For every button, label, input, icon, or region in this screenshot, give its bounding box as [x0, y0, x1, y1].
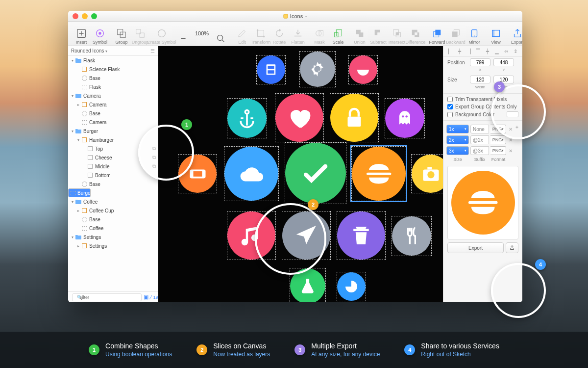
align-left-icon[interactable]: ▏: [447, 48, 454, 55]
canvas-slice-check[interactable]: [285, 142, 346, 204]
subtract-button[interactable]: Subtract: [369, 28, 388, 45]
suffix-input[interactable]: [470, 146, 489, 155]
position-y-input[interactable]: [493, 58, 514, 66]
layer-row[interactable]: ▾Burger: [68, 127, 158, 135]
transform-button[interactable]: Transform: [251, 28, 270, 45]
align-vcenter-icon[interactable]: ┿: [484, 48, 491, 55]
align-bottom-icon[interactable]: ▁: [493, 48, 500, 55]
align-right-icon[interactable]: ▕: [466, 48, 472, 55]
align-top-icon[interactable]: ▔: [475, 48, 482, 55]
rotate-button[interactable]: Rotate: [270, 28, 289, 45]
scale-select[interactable]: 1x▾: [446, 125, 469, 133]
edit-button[interactable]: Edit: [233, 28, 251, 45]
distribute-h-icon[interactable]: ⇔: [503, 48, 510, 55]
format-select[interactable]: PNG ▾: [490, 135, 506, 144]
add-export-size-button[interactable]: ＋: [514, 124, 519, 131]
bgcolor-checkbox[interactable]: [447, 112, 453, 117]
layer-row[interactable]: Base: [68, 109, 158, 118]
forward-button[interactable]: Forward: [428, 28, 446, 45]
canvas-slice-ghost[interactable]: [385, 98, 425, 138]
canvas-slice-gear[interactable]: [299, 51, 336, 87]
export-button[interactable]: Export: [508, 28, 522, 45]
canvas-slice-melon[interactable]: [348, 55, 378, 84]
canvas-slice-cloud[interactable]: [224, 146, 279, 201]
pages-menu-icon[interactable]: ☰: [150, 48, 155, 53]
layer-row[interactable]: Top⧉: [68, 144, 158, 153]
layer-row[interactable]: Middle⧉: [68, 162, 158, 171]
layer-row[interactable]: ▾Settings: [68, 233, 158, 241]
intersect-button[interactable]: Intersect: [388, 28, 406, 45]
layer-row[interactable]: ▸Settings: [68, 241, 158, 250]
layer-row[interactable]: ▾Camera: [68, 91, 158, 100]
canvas-slice-pie[interactable]: [337, 272, 366, 301]
trim-checkbox[interactable]: [447, 97, 453, 102]
layer-row[interactable]: Base: [68, 74, 158, 82]
layer-row[interactable]: ▾Coffee: [68, 197, 158, 206]
share-button[interactable]: [506, 242, 518, 253]
canvas-slice-music[interactable]: [227, 211, 276, 260]
layer-row[interactable]: ▾Flask: [68, 56, 158, 65]
zoom-level[interactable]: 100%: [193, 28, 211, 45]
flatten-button[interactable]: Flatten: [289, 28, 307, 45]
layer-row[interactable]: Science Flask: [68, 65, 158, 74]
symbol-button[interactable]: Symbol: [91, 28, 109, 45]
pages-header[interactable]: Rounded Icons ▾ ☰: [68, 46, 158, 56]
zoom-in-button[interactable]: [211, 33, 230, 45]
scale-select[interactable]: 2x▾: [446, 135, 469, 144]
layers-list[interactable]: ▾FlaskScience FlaskBaseFlask▾Camera▸Came…: [68, 56, 158, 291]
format-select[interactable]: PNG ▾: [490, 125, 506, 133]
scale-select[interactable]: 3x▾: [446, 146, 469, 155]
canvas-slice-camera[interactable]: [411, 154, 443, 193]
remove-size-button[interactable]: ✕: [508, 148, 514, 154]
slice-toggle-icon[interactable]: ▣: [144, 294, 148, 300]
zoom-out-button[interactable]: [174, 33, 193, 45]
layer-row[interactable]: ▸Camera: [68, 100, 158, 109]
layer-row[interactable]: Burger: [68, 188, 91, 197]
format-select[interactable]: PNG ▾: [490, 146, 506, 155]
zoom-button[interactable]: [91, 13, 97, 19]
layer-row[interactable]: ▸Coffee Cup: [68, 206, 158, 215]
canvas-slice-film[interactable]: [256, 55, 286, 84]
align-hcenter-icon[interactable]: ┿: [456, 48, 463, 55]
union-button[interactable]: Union: [350, 28, 369, 45]
view-button[interactable]: View: [487, 28, 505, 45]
suffix-input[interactable]: [470, 135, 489, 144]
width-input[interactable]: [470, 76, 490, 83]
export-button[interactable]: Export: [447, 242, 504, 253]
layer-row[interactable]: Base: [68, 180, 158, 188]
position-x-input[interactable]: [470, 58, 490, 66]
canvas-slice-cutlery[interactable]: [392, 216, 432, 256]
difference-button[interactable]: Difference: [406, 28, 425, 45]
canvas-slice-anchor[interactable]: [227, 98, 267, 138]
canvas-slice-flask[interactable]: [290, 268, 326, 302]
layer-row[interactable]: Bottom: [68, 171, 158, 180]
mask-button[interactable]: Mask: [310, 28, 329, 45]
canvas-slice-trash[interactable]: [337, 211, 386, 260]
canvas-slice-ticket[interactable]: [178, 154, 217, 193]
remove-size-button[interactable]: ✕: [508, 137, 514, 143]
distribute-v-icon[interactable]: ⇕: [512, 48, 519, 55]
insert-button[interactable]: Insert: [72, 28, 91, 45]
canvas-slice-lock[interactable]: [330, 93, 379, 142]
canvas[interactable]: [158, 46, 443, 302]
group-button[interactable]: Group: [112, 28, 131, 45]
canvas-slice-burger[interactable]: [351, 146, 406, 201]
scale-button[interactable]: Scale: [329, 28, 347, 45]
export-group-checkbox[interactable]: [447, 104, 453, 109]
canvas-slice-heart[interactable]: [275, 93, 324, 142]
close-button[interactable]: [73, 13, 78, 19]
suffix-input[interactable]: [470, 125, 489, 133]
remove-size-button[interactable]: ✕: [508, 127, 514, 132]
layer-row[interactable]: ▾Hamburger: [68, 135, 158, 144]
title-caret-icon[interactable]: ⌵: [305, 14, 307, 18]
layer-row[interactable]: Flask: [68, 82, 158, 91]
bgcolor-swatch[interactable]: [507, 111, 518, 117]
layer-row[interactable]: Camera: [68, 118, 158, 127]
canvas-slice-plane[interactable]: [282, 211, 331, 260]
layer-row[interactable]: Coffee: [68, 224, 158, 233]
mirror-button[interactable]: Mirror: [465, 28, 484, 45]
layer-row[interactable]: Base: [68, 215, 158, 224]
layer-row[interactable]: Cheese⧉: [68, 153, 158, 162]
backward-button[interactable]: Backward: [446, 28, 465, 45]
filter-input[interactable]: [72, 293, 142, 301]
